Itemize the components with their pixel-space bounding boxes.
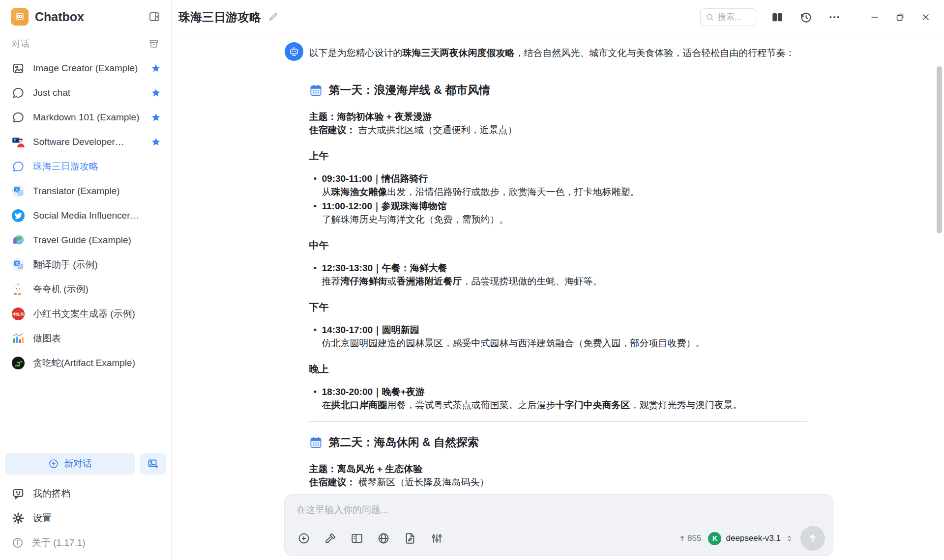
search-input[interactable]: 搜索... (700, 8, 756, 26)
text-run: 推荐 (322, 276, 341, 286)
conversation-item-kuakua[interactable]: 夸夸机 (示例) (0, 277, 171, 302)
conversation-item-snake-game[interactable]: 贪吃蛇(Artifact Example) (0, 351, 171, 375)
collapse-sidebar-button[interactable] (148, 10, 161, 24)
artifact-button[interactable] (403, 531, 417, 546)
split-view-button[interactable] (770, 10, 785, 25)
conversation-list: Image Creator (Example) Just chat Markdo… (0, 52, 171, 449)
page-title: 珠海三日游攻略 (178, 9, 261, 25)
chat-bubble-icon (11, 110, 26, 125)
conversation-item-social-media[interactable]: Social Media Influencer… (0, 203, 171, 228)
conversation-item-travel-guide[interactable]: Travel Guide (Example) (0, 228, 171, 252)
star-icon[interactable] (150, 112, 161, 122)
day2-lodging-label: 住宿建议： (309, 477, 356, 487)
plus-circle-icon (48, 458, 59, 469)
attach-button[interactable] (296, 531, 311, 546)
item-title: 12:30-13:30｜午餐：海鲜大餐 (322, 261, 807, 275)
day2-meta: 主题：离岛风光 + 生态体验 住宿建议：横琴新区（近长隆及海岛码头） (309, 462, 807, 489)
composer: 在这里输入你的问题... (284, 494, 833, 556)
globe-icon (377, 532, 390, 545)
item-title: 11:00-12:00｜参观珠海博物馆 (322, 199, 807, 213)
star-icon[interactable] (150, 137, 161, 147)
chatbox-window: Chatbox 对话 Image Creator (Example) (0, 0, 944, 560)
scrollbar-thumb[interactable] (937, 66, 942, 233)
pencil-icon (268, 12, 278, 22)
conversation-item-xiaohongshu[interactable]: 小红书 小红书文案生成器 (示例) (0, 302, 171, 326)
day1-title: 第一天：浪漫海岸线 & 都市风情 (329, 84, 490, 97)
text-run: 从 (322, 187, 331, 197)
settings-item[interactable]: 设置 (6, 506, 165, 531)
web-browsing-button[interactable] (376, 531, 391, 546)
day1-noon-list: 12:30-13:30｜午餐：海鲜大餐 推荐湾仔海鲜街或香洲港附近餐厅，品尝现捞… (309, 261, 807, 288)
itinerary-item: 14:30-17:00｜圆明新园 仿北京圆明园建造的园林景区，感受中式园林与西洋… (322, 323, 807, 350)
new-image-chat-button[interactable] (140, 453, 166, 475)
my-partners-item[interactable]: 我的搭档 (6, 481, 165, 506)
conversation-label: Just chat (33, 87, 150, 98)
close-icon (920, 12, 931, 23)
edit-title-button[interactable] (267, 11, 279, 23)
text-run: 珠海渔女雕像 (331, 187, 387, 197)
settings-sliders-button[interactable] (429, 531, 444, 546)
history-button[interactable] (798, 10, 813, 25)
conversation-item-charts[interactable]: 做图表 (0, 326, 171, 351)
panel-collapse-icon (148, 11, 160, 23)
search-icon (706, 13, 714, 22)
conversation-item-zhuhai-trip[interactable]: 珠海三日游攻略 (0, 154, 171, 179)
conversations-label: 对话 (12, 38, 148, 50)
itinerary-item: 11:00-12:00｜参观珠海博物馆 了解珠海历史与海洋文化（免费，需预约）。 (322, 199, 807, 226)
model-selector[interactable]: K deepseek-v3.1 (708, 532, 794, 545)
conversation-item-just-chat[interactable]: Just chat (0, 81, 171, 105)
conversation-item-markdown-101[interactable]: Markdown 101 (Example) (0, 105, 171, 130)
chart-emoji-icon (11, 331, 26, 346)
more-options-button[interactable] (827, 10, 842, 25)
chat-bubble-icon (11, 85, 26, 100)
chick-emoji-icon (11, 282, 26, 297)
text-run: 香洲港附近餐厅 (397, 276, 462, 286)
conversation-label: Travel Guide (Example) (33, 235, 161, 246)
intro-paragraph: 以下是为您精心设计的珠海三天两夜休闲度假攻略，结合自然风光、城市文化与美食体验，… (309, 46, 807, 59)
model-name: deepseek-v3.1 (726, 533, 781, 543)
svg-text:A: A (19, 265, 22, 269)
developer-emoji-icon (11, 135, 26, 149)
translate-icon: 文A (11, 184, 26, 198)
tools-button[interactable] (323, 531, 338, 546)
day1-afternoon-list: 14:30-17:00｜圆明新园 仿北京圆明园建造的园林景区，感受中式园林与西洋… (309, 323, 807, 350)
text-run: 在 (322, 400, 331, 410)
minimize-icon (869, 12, 880, 23)
text-run: 用餐，尝试粤式茶点或葡国菜。之后漫步 (387, 400, 556, 410)
ellipsis-icon (828, 11, 841, 24)
text-run: 拱北口岸商圈 (331, 400, 387, 410)
close-button[interactable] (919, 11, 932, 24)
conversation-label: 小红书文案生成器 (示例) (33, 308, 161, 320)
info-icon (12, 537, 24, 549)
conversation-item-translate-helper[interactable]: 文A 翻译助手 (示例) (0, 252, 171, 277)
snake-game-icon (11, 356, 26, 370)
knowledge-panel-button[interactable] (350, 531, 364, 546)
conversation-label: 贪吃蛇(Artifact Example) (33, 357, 161, 369)
about-item[interactable]: 关于 (1.17.1) (6, 531, 165, 555)
search-placeholder: 搜索... (718, 11, 741, 23)
star-icon[interactable] (150, 63, 161, 73)
day1-heading: 第一天：浪漫海岸线 & 都市风情 (309, 84, 807, 97)
text-run: 珠海三天两夜休闲度假攻略 (403, 48, 515, 58)
item-desc: 推荐湾仔海鲜街或香洲港附近餐厅，品尝现捞现做的生蚝、海虾等。 (322, 275, 807, 288)
day2-title: 第二天：海岛休闲 & 自然探索 (329, 436, 479, 449)
conversation-item-image-creator[interactable]: Image Creator (Example) (0, 56, 171, 81)
star-icon[interactable] (150, 88, 161, 98)
new-chat-button[interactable]: 新对话 (5, 453, 135, 475)
sidebar-footer: 我的搭档 设置 关于 (1.17.1) (0, 480, 171, 560)
restore-window-button[interactable] (894, 11, 907, 24)
chat-bubble-icon (11, 159, 26, 174)
item-title: 18:30-20:00｜晚餐+夜游 (322, 385, 807, 398)
xiaohongshu-icon: 小红书 (11, 307, 26, 321)
divider (309, 69, 807, 69)
send-button[interactable] (800, 526, 825, 551)
archive-button[interactable] (148, 37, 160, 50)
conversation-label: 珠海三日游攻略 (33, 160, 161, 173)
conversation-item-software-developer[interactable]: Software Developer… (0, 130, 171, 154)
text-run: ，品尝现捞现做的生蚝、海虾等。 (462, 276, 602, 286)
text-run: ，结合自然风光、城市文化与美食体验，适合轻松自由的行程节奏： (515, 48, 795, 58)
message-input[interactable]: 在这里输入你的问题... (296, 504, 825, 526)
conversation-item-translator[interactable]: 文A Translator (Example) (0, 179, 171, 203)
minimize-button[interactable] (868, 11, 881, 24)
translate-icon: 文A (11, 257, 26, 272)
